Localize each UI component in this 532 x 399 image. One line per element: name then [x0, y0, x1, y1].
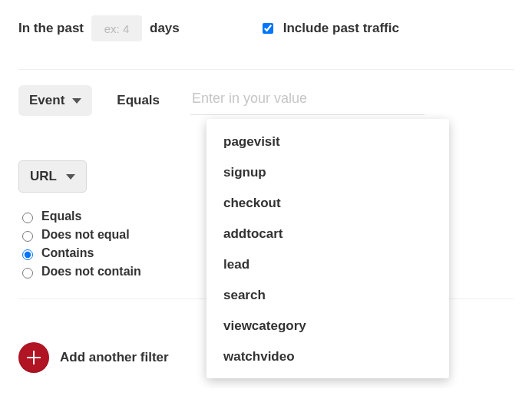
add-filter-button[interactable]: [18, 342, 49, 373]
add-filter-label: Add another filter: [60, 350, 169, 365]
include-past-wrap: Include past traffic: [259, 21, 399, 36]
url-operator-not-contain-label: Does not contain: [41, 265, 141, 279]
days-filter-prefix: In the past: [18, 21, 84, 36]
plus-icon: [26, 350, 41, 365]
url-operator-not-contain-radio[interactable]: [22, 268, 33, 279]
include-past-checkbox[interactable]: [263, 23, 273, 34]
event-option-pagevisit[interactable]: pagevisit: [207, 127, 449, 157]
event-operator-label: Equals: [117, 93, 160, 108]
event-value-dropdown: pagevisit signup checkout addtocart lead…: [207, 119, 449, 378]
url-operator-not-equal-radio[interactable]: [22, 231, 33, 242]
url-operator-equals-radio[interactable]: [22, 213, 33, 223]
days-filter-suffix: days: [150, 21, 180, 36]
event-option-lead[interactable]: lead: [207, 249, 449, 280]
days-filter-row: In the past days Include past traffic: [18, 15, 514, 41]
include-past-label: Include past traffic: [283, 21, 399, 36]
event-option-viewcategory[interactable]: viewcategory: [207, 311, 449, 341]
event-option-addtocart[interactable]: addtocart: [207, 219, 449, 249]
event-type-dropdown[interactable]: Event: [18, 85, 92, 116]
event-option-checkout[interactable]: checkout: [207, 188, 449, 219]
url-type-dropdown[interactable]: URL: [18, 160, 87, 193]
event-option-search[interactable]: search: [207, 280, 449, 311]
divider: [18, 69, 514, 70]
url-operator-contains-label: Contains: [41, 246, 94, 260]
event-type-dropdown-label: Event: [29, 93, 64, 108]
chevron-down-icon: [72, 98, 81, 104]
event-option-signup[interactable]: signup: [207, 157, 449, 188]
days-input[interactable]: [91, 15, 142, 41]
url-type-dropdown-label: URL: [30, 169, 57, 184]
event-value-input[interactable]: [190, 86, 425, 115]
url-operator-not-equal-label: Does not equal: [41, 228, 130, 242]
chevron-down-icon: [66, 174, 75, 180]
url-operator-contains-radio[interactable]: [22, 249, 33, 260]
url-operator-equals-label: Equals: [41, 209, 81, 223]
event-filter-row: Event Equals pagevisit signup checkout a…: [18, 85, 514, 116]
event-option-watchvideo[interactable]: watchvideo: [207, 341, 449, 372]
event-value-wrap: [190, 86, 514, 115]
